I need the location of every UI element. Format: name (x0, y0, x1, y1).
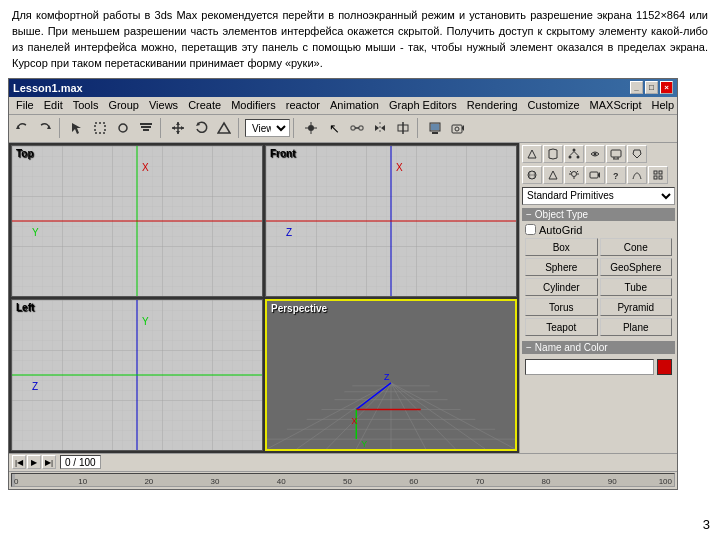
title-bar: Lesson1.max _ □ × (9, 79, 677, 97)
select-object-button[interactable] (112, 117, 134, 139)
svg-marker-13 (181, 126, 184, 130)
torus-button[interactable]: Torus (525, 298, 598, 316)
svg-marker-2 (72, 123, 81, 134)
name-color-toggle-icon[interactable]: − (526, 342, 532, 353)
menu-animation[interactable]: Animation (325, 98, 384, 112)
cone-button[interactable]: Cone (600, 238, 673, 256)
redo-button[interactable] (34, 117, 56, 139)
object-name-input[interactable] (525, 359, 654, 375)
menu-group[interactable]: Group (103, 98, 144, 112)
timeline[interactable]: 0 10 20 30 40 50 60 70 80 90 100 (9, 471, 677, 489)
section-toggle-icon[interactable]: − (526, 209, 532, 220)
tick-90: 90 (608, 477, 617, 486)
svg-point-78 (573, 148, 576, 151)
move-button[interactable] (167, 117, 189, 139)
viewport-front-label: Front (270, 148, 296, 159)
teapot-button[interactable]: Teapot (525, 318, 598, 336)
primitives-dropdown[interactable]: Standard Primitives (522, 187, 675, 205)
menu-file[interactable]: File (11, 98, 39, 112)
svg-rect-21 (351, 126, 355, 130)
tick-80: 80 (542, 477, 551, 486)
rotate-button[interactable] (190, 117, 212, 139)
render-button[interactable] (424, 117, 446, 139)
cursor-icon: ↖ (329, 121, 340, 136)
minimize-button[interactable]: _ (630, 81, 643, 94)
rp-display-icon[interactable] (606, 145, 626, 163)
svg-point-91 (572, 171, 577, 176)
rp-modify-icon[interactable] (543, 145, 563, 163)
viewport-left[interactable]: Left Z Y (11, 299, 263, 451)
menu-tools[interactable]: Tools (68, 98, 104, 112)
viewport-front[interactable]: Front Z X (265, 145, 517, 297)
rp-geo-icon[interactable] (522, 166, 542, 184)
play-button[interactable]: ▶ (27, 455, 41, 469)
rp-helpers-icon2[interactable]: ? (606, 166, 626, 184)
rp-systems-icon[interactable] (648, 166, 668, 184)
rp-spacewarps-icon[interactable] (627, 166, 647, 184)
maximize-button[interactable]: □ (645, 81, 658, 94)
view-dropdown[interactable]: View (245, 119, 290, 137)
menu-modifiers[interactable]: Modifiers (226, 98, 281, 112)
menu-reactor[interactable]: reactor (281, 98, 325, 112)
geosphere-button[interactable]: GeoSphere (600, 258, 673, 276)
rp-create-icon[interactable] (522, 145, 542, 163)
mirror-button[interactable] (369, 117, 391, 139)
object-type-header: − Object Type (522, 208, 675, 221)
camera-button[interactable] (447, 117, 469, 139)
svg-point-4 (119, 124, 127, 132)
autogrid-label: AutoGrid (539, 224, 582, 236)
svg-text:Y: Y (32, 227, 39, 238)
tick-0: 0 (14, 477, 18, 486)
svg-marker-90 (549, 171, 557, 179)
close-button[interactable]: × (660, 81, 673, 94)
plane-button[interactable]: Plane (600, 318, 673, 336)
cylinder-button[interactable]: Cylinder (525, 278, 598, 296)
toolbar: View ↖ (9, 115, 677, 143)
svg-rect-31 (452, 125, 462, 133)
rp-utilities-icon[interactable] (627, 145, 647, 163)
menu-create[interactable]: Create (183, 98, 226, 112)
snap-toggle-button[interactable] (300, 117, 322, 139)
color-swatch[interactable] (657, 359, 672, 375)
menu-views[interactable]: Views (144, 98, 183, 112)
svg-line-82 (574, 151, 578, 155)
toolbar-sep-1 (59, 118, 63, 138)
next-frame-button[interactable]: ▶| (42, 455, 56, 469)
rp-motion-icon[interactable] (585, 145, 605, 163)
link-button[interactable] (346, 117, 368, 139)
viewport-top[interactable]: Top Y X (11, 145, 263, 297)
toolbar-sep-3 (238, 118, 242, 138)
select-filter-button[interactable] (135, 117, 157, 139)
rp-hierarchy-icon[interactable] (564, 145, 584, 163)
svg-point-80 (577, 155, 580, 158)
menu-help[interactable]: Help (647, 98, 680, 112)
svg-rect-103 (659, 176, 662, 179)
menu-edit[interactable]: Edit (39, 98, 68, 112)
autogrid-checkbox[interactable] (525, 224, 536, 235)
sphere-button[interactable]: Sphere (525, 258, 598, 276)
box-button[interactable]: Box (525, 238, 598, 256)
svg-marker-11 (176, 131, 180, 134)
rp-shapes-icon[interactable] (543, 166, 563, 184)
align-button[interactable] (392, 117, 414, 139)
undo-button[interactable] (11, 117, 33, 139)
menu-maxscript[interactable]: MAXScript (585, 98, 647, 112)
name-color-content (522, 354, 675, 378)
tube-button[interactable]: Tube (600, 278, 673, 296)
menu-customize[interactable]: Customize (523, 98, 585, 112)
cursor-button[interactable]: ↖ (323, 117, 345, 139)
intro-paragraph: Для комфортной работы в 3ds Max рекоменд… (0, 0, 720, 78)
rp-lights-icon[interactable] (564, 166, 584, 184)
autogrid-row: AutoGrid (525, 224, 672, 236)
menu-rendering[interactable]: Rendering (462, 98, 523, 112)
svg-rect-5 (141, 126, 151, 128)
timeline-track[interactable]: 0 10 20 30 40 50 60 70 80 90 100 (11, 473, 675, 487)
viewport-perspective[interactable]: Perspective (265, 299, 517, 451)
prev-frame-button[interactable]: |◀ (12, 455, 26, 469)
scale-button[interactable] (213, 117, 235, 139)
select-button[interactable] (66, 117, 88, 139)
rp-cameras-icon[interactable] (585, 166, 605, 184)
pyramid-button[interactable]: Pyramid (600, 298, 673, 316)
menu-graph-editors[interactable]: Graph Editors (384, 98, 462, 112)
select-region-button[interactable] (89, 117, 111, 139)
